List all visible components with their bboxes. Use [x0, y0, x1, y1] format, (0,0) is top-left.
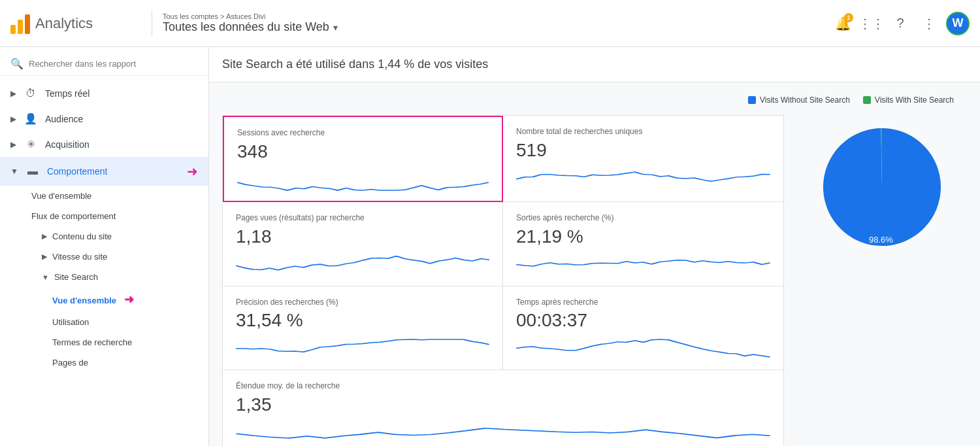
metric-label-sessions-recherche: Sessions avec recherche: [237, 128, 489, 139]
sidebar-contenu-site[interactable]: ▶ Contenu du site: [0, 226, 208, 247]
metric-label-sorties-recherche: Sorties après recherche (%): [516, 213, 770, 224]
sidebar-sub-vue-ensemble[interactable]: Vue d'ensemble: [0, 186, 208, 206]
contenu-label: Contenu du site: [52, 232, 112, 241]
expand-arrow-icon: ▶: [10, 89, 16, 98]
apps-grid-button[interactable]: ⋮⋮: [860, 12, 883, 35]
legend-without-label: Visits Without Site Search: [760, 95, 850, 105]
person-icon: 👤: [24, 112, 37, 125]
sparkline-precision-recherches: [236, 336, 489, 362]
page-title: Toutes les données du site Web: [163, 20, 329, 34]
sidebar-vue-ensemble-sitesearch[interactable]: Vue d'ensemble ➜: [0, 287, 208, 312]
layout: 🔍 ▶ ⏱ Temps réel ▶ 👤 Audience ▶ ✳ Acquis…: [0, 47, 980, 446]
metric-card-sessions-recherche: Sessions avec recherche 348: [223, 116, 503, 202]
metric-value-sorties-recherche: 21,19 %: [516, 226, 770, 247]
logo-area: Analytics: [10, 13, 141, 34]
clock-icon: ⏱: [24, 88, 37, 99]
sparkline-temps-recherche: [516, 336, 770, 362]
legend-with-label: Visits With Site Search: [875, 95, 954, 105]
nav-label-temps-reel: Temps réel: [45, 88, 198, 99]
metric-label-recherches-uniques: Nombre total de recherches uniques: [516, 126, 770, 137]
search-input[interactable]: [29, 59, 198, 69]
chevron-down-icon[interactable]: ▾: [333, 22, 338, 33]
sparkline-etendue-recherche: [236, 420, 770, 446]
nav-label-acquisition: Acquisition: [45, 139, 198, 150]
metrics-chart-row: Sessions avec recherche 348 Nombre total…: [222, 115, 967, 446]
site-search-label: Site Search: [54, 272, 98, 282]
expand-arrow-icon: ▼: [10, 167, 18, 176]
notification-button[interactable]: 🔔 1: [831, 12, 855, 35]
metric-value-etendue-recherche: 1,35: [236, 394, 770, 415]
sidebar-item-audience[interactable]: ▶ 👤 Audience: [0, 106, 208, 131]
metric-value-recherches-uniques: 519: [516, 140, 770, 161]
help-button[interactable]: ?: [889, 12, 912, 35]
user-avatar[interactable]: W: [946, 12, 970, 35]
termes-recherche-label: Termes de recherche: [52, 337, 132, 347]
metric-value-precision-recherches: 31,54 %: [236, 310, 489, 331]
sidebar: 🔍 ▶ ⏱ Temps réel ▶ 👤 Audience ▶ ✳ Acquis…: [0, 47, 209, 446]
header: Analytics Tous les comptes > Astuces Div…: [0, 0, 980, 47]
metric-value-sessions-recherche: 348: [237, 141, 489, 162]
vitesse-label: Vitesse du site: [52, 252, 107, 262]
legend-with-search: Visits With Site Search: [863, 95, 954, 105]
sparkline-sorties-recherche: [516, 252, 770, 279]
pie-chart: 98.6%: [810, 115, 954, 259]
behavior-icon: ▬: [26, 165, 39, 177]
pages-label: Pages de: [52, 358, 88, 368]
sidebar-sub-flux-comportement[interactable]: Flux de comportement: [0, 206, 208, 226]
pink-arrow-comportement-icon: ➜: [187, 163, 198, 179]
metrics-grid: Sessions avec recherche 348 Nombre total…: [222, 115, 784, 446]
page-title-bar: Site Search a été utilisé dans 1,44 % de…: [209, 47, 980, 82]
sparkline-pages-vues: [236, 252, 489, 279]
sidebar-utilisation[interactable]: Utilisation: [0, 312, 208, 332]
metric-card-sorties-recherche: Sorties après recherche (%) 21,19 %: [503, 202, 783, 286]
legend-row: Visits Without Site Search Visits With S…: [222, 95, 967, 105]
metric-card-recherches-uniques: Nombre total de recherches uniques 519: [503, 116, 783, 202]
page-title: Site Search a été utilisé dans 1,44 % de…: [222, 58, 488, 71]
expand-arrow-vitesse-icon: ▶: [42, 252, 47, 261]
breadcrumb-top: Tous les comptes > Astuces Divi: [163, 12, 338, 20]
legend-blue-dot: [748, 96, 756, 104]
header-actions: 🔔 1 ⋮⋮ ? ⋮ W: [831, 12, 970, 35]
legend-without-search: Visits Without Site Search: [748, 95, 850, 105]
sub-label-flux: Flux de comportement: [31, 211, 116, 221]
sub-label-vue-ensemble: Vue d'ensemble: [31, 191, 91, 201]
sidebar-termes-recherche[interactable]: Termes de recherche: [0, 332, 208, 352]
metric-label-etendue-recherche: Étendue moy. de la recherche: [236, 381, 770, 392]
sidebar-pages[interactable]: Pages de: [0, 352, 208, 373]
more-options-button[interactable]: ⋮: [917, 12, 941, 35]
metric-value-pages-vues: 1,18: [236, 226, 489, 247]
metric-card-precision-recherches: Précision des recherches (%) 31,54 %: [223, 286, 503, 371]
metric-card-pages-vues: Pages vues (résultats) par recherche 1,1…: [223, 202, 503, 286]
pie-chart-area: 98.6%: [784, 115, 967, 259]
nav-label-audience: Audience: [45, 114, 198, 124]
svg-text:98.6%: 98.6%: [869, 235, 893, 245]
expand-arrow-icon: ▶: [10, 140, 16, 149]
metric-label-precision-recherches: Précision des recherches (%): [236, 297, 489, 308]
breadcrumb: Tous les comptes > Astuces Divi Toutes l…: [163, 12, 338, 34]
vue-ensemble-ss-label: Vue d'ensemble: [52, 296, 116, 305]
sidebar-item-acquisition[interactable]: ▶ ✳ Acquisition: [0, 131, 208, 157]
sparkline-sessions-recherche: [237, 167, 489, 194]
pink-arrow-vue-ensemble-icon: ➜: [124, 293, 134, 306]
sidebar-site-search[interactable]: ▼ Site Search: [0, 267, 208, 287]
expand-arrow-sitesearch-icon: ▼: [42, 273, 49, 281]
sidebar-item-comportement[interactable]: ▼ ▬ Comportement ➜: [0, 157, 208, 186]
breadcrumb-title: Toutes les données du site Web ▾: [163, 20, 338, 34]
sidebar-item-temps-reel[interactable]: ▶ ⏱ Temps réel: [0, 81, 208, 106]
sidebar-vitesse-site[interactable]: ▶ Vitesse du site: [0, 247, 208, 267]
metric-value-temps-recherche: 00:03:37: [516, 310, 770, 331]
main-content: Site Search a été utilisé dans 1,44 % de…: [209, 47, 980, 446]
search-icon: 🔍: [10, 58, 24, 70]
metric-card-temps-recherche: Temps après recherche 00:03:37: [503, 286, 783, 371]
logo-icon: [10, 13, 30, 34]
expand-arrow-contenu-icon: ▶: [42, 232, 47, 241]
metric-label-pages-vues: Pages vues (résultats) par recherche: [236, 213, 489, 224]
app-name: Analytics: [35, 15, 93, 32]
acquisition-icon: ✳: [24, 138, 37, 150]
expand-arrow-icon: ▶: [10, 114, 16, 124]
utilisation-label: Utilisation: [52, 317, 89, 327]
legend-green-dot: [863, 96, 871, 104]
metric-card-etendue-recherche: Étendue moy. de la recherche 1,35: [223, 370, 783, 446]
notification-badge: 1: [844, 13, 853, 22]
nav-label-comportement: Comportement: [47, 166, 176, 177]
